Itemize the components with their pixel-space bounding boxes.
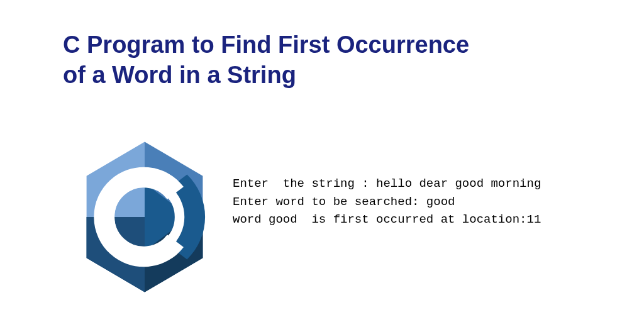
title-line-2: of a Word in a String [63,62,296,88]
title-line-1: C Program to Find First Occurrence [63,31,469,58]
output-line-2: Enter word to be searched: good [233,195,455,209]
program-output: Enter the string : hello dear good morni… [233,175,541,229]
output-line-1: Enter the string : hello dear good morni… [233,177,541,191]
c-language-logo [75,138,214,296]
page-title: C Program to Find First Occurrence of a … [63,30,469,90]
output-line-3: word good is first occurred at location:… [233,213,541,226]
